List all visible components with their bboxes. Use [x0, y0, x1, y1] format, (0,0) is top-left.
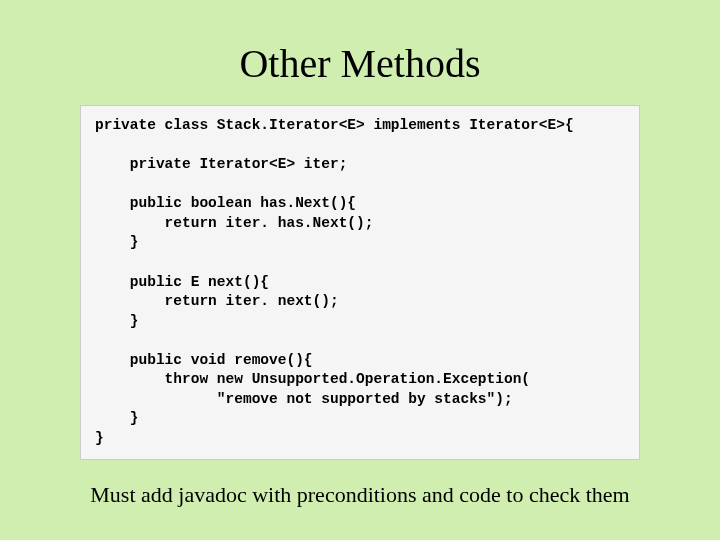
slide-container: Other Methods private class Stack.Iterat… — [0, 0, 720, 540]
code-block: private class Stack.Iterator<E> implemen… — [80, 105, 640, 460]
code-content: private class Stack.Iterator<E> implemen… — [95, 116, 625, 449]
slide-footnote: Must add javadoc with preconditions and … — [40, 482, 680, 508]
slide-title: Other Methods — [239, 40, 480, 87]
